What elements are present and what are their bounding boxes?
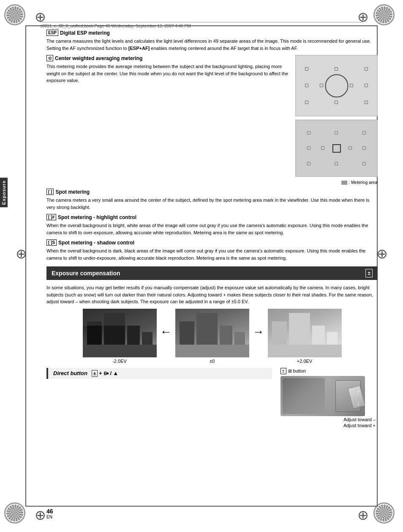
page-lang-text: EN	[46, 515, 53, 519]
main-content: ESP Digital ESP metering The camera meas…	[46, 30, 378, 498]
exposure-images-row: -2.0EV ← ±0 →	[46, 309, 378, 364]
header-text: s0011_e_00_0_unified.book Page 46 Wednes…	[40, 24, 191, 28]
direct-button-label: Direct button	[53, 370, 87, 376]
page-num-text: 46	[46, 508, 53, 515]
direct-button-icons: ± + ⌲/▲	[92, 370, 118, 377]
direct-button-left: Direct button ± + ⌲/▲	[46, 368, 272, 379]
building-svg-bright	[268, 309, 342, 357]
center-weighted-title: ⊙ Center weighted averaging metering	[46, 55, 290, 61]
adjust-minus-label: Adjust toward –	[280, 417, 378, 422]
spot-metering-diagram: : Metering area	[295, 120, 378, 177]
crosshair-bl	[32, 507, 49, 524]
exposure-img-bright-wrap: +2.0EV	[268, 309, 342, 364]
tab-label: Exposure	[0, 178, 8, 207]
digital-esp-body: The camera measures the light levels and…	[46, 38, 378, 52]
arrow-left: ←	[157, 325, 175, 347]
spot-highlight-section: [ ]# Spot metering - highlight control W…	[46, 214, 378, 236]
digital-esp-title: ESP Digital ESP metering	[46, 30, 378, 36]
spot-icon: [ ]	[46, 189, 54, 195]
dial-button-label: ± ⊞ button	[280, 368, 378, 374]
left-border	[25, 25, 26, 507]
exposure-label-dark: -2.0EV	[112, 359, 127, 364]
spot-shadow-body: When the overall background is dark, bla…	[46, 247, 378, 261]
center-weighted-section: ⊙ Center weighted averaging metering Thi…	[46, 55, 378, 177]
svg-rect-15	[268, 345, 342, 357]
exposure-img-dark-wrap: -2.0EV	[83, 309, 157, 364]
exposure-icon: ±	[365, 269, 373, 277]
building-svg-mid	[175, 309, 249, 357]
spot-title: [ ] Spot metering	[46, 189, 378, 195]
building-svg-dark	[83, 309, 157, 357]
header-line: s0011_e_00_0_unified.book Page 46 Wednes…	[40, 22, 363, 28]
crosshair-ml	[13, 245, 30, 262]
spot-highlight-title: [ ]# Spot metering - highlight control	[46, 214, 378, 220]
center-weighted-text: ⊙ Center weighted averaging metering Thi…	[46, 55, 290, 177]
svg-rect-5	[83, 309, 157, 326]
spot-highlight-body: When the overall background is bright, w…	[46, 222, 378, 236]
exposure-compensation-title: Exposure compensation	[52, 270, 120, 277]
exposure-img-dark	[83, 309, 157, 357]
spot-sections: [ ] Spot metering The camera meters a ve…	[46, 189, 378, 261]
spot-shadow-icon: [ ]S	[46, 239, 57, 246]
exposure-compensation-intro: In some situations, you may get better r…	[46, 284, 378, 305]
exposure-compensation-header: Exposure compensation ±	[46, 266, 378, 280]
exposure-label-mid: ±0	[210, 359, 215, 364]
direct-button-row: Direct button ± + ⌲/▲ ± ⊞ button	[46, 368, 378, 428]
metering-diagrams: : Metering area	[295, 55, 378, 177]
esp-icon: ESP	[46, 30, 58, 36]
adjust-plus-label: Adjust toward +	[280, 423, 378, 428]
spot-shadow-title: [ ]S Spot metering - shadow control	[46, 239, 378, 246]
svg-rect-4	[83, 345, 157, 357]
dial-diagram-area: ± ⊞ button ↑ ↓ Adjust toward – Adjust to…	[280, 368, 378, 428]
svg-rect-10	[175, 345, 249, 357]
spot-highlight-icon: [ ]#	[46, 214, 56, 220]
center-weighted-diagram	[295, 55, 378, 116]
center-weighted-icon: ⊙	[46, 55, 53, 61]
metering-area-label: : Metering area	[341, 180, 377, 185]
arrow-right: →	[249, 325, 268, 347]
bottom-border	[25, 506, 378, 507]
direct-button-box: Direct button ± + ⌲/▲	[46, 368, 272, 379]
dial-image: ↑ ↓	[280, 376, 365, 416]
spot-section: [ ] Spot metering The camera meters a ve…	[46, 189, 378, 211]
spot-body: The camera meters a very small area arou…	[46, 197, 378, 211]
exposure-img-mid-wrap: ±0	[175, 309, 249, 364]
page-number: 46 EN	[46, 508, 53, 519]
center-weighted-body: This metering mode provides the average …	[46, 63, 290, 84]
digital-esp-section: ESP Digital ESP metering The camera meas…	[46, 30, 378, 52]
crosshair-br	[354, 507, 371, 524]
spot-shadow-section: [ ]S Spot metering - shadow control When…	[46, 239, 378, 261]
exposure-img-bright	[268, 309, 342, 357]
exposure-img-mid	[175, 309, 249, 357]
exposure-label-bright: +2.0EV	[297, 359, 312, 364]
